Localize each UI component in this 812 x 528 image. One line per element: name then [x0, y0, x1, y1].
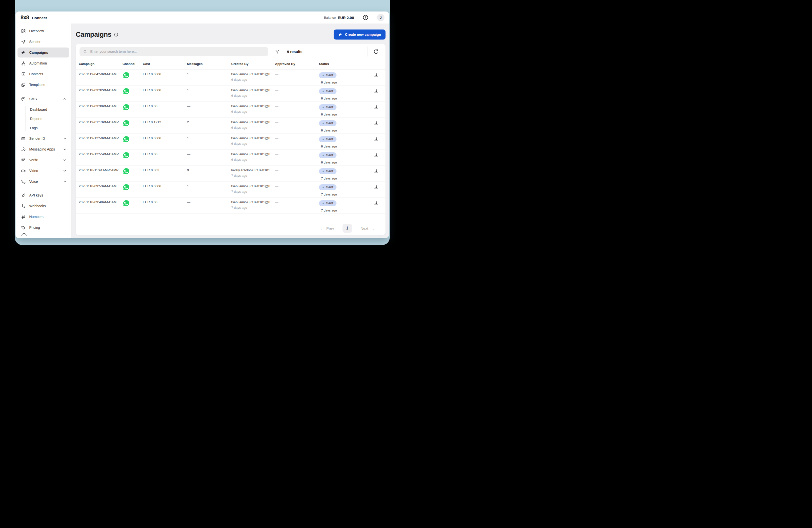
channel-cell — [122, 168, 143, 175]
channel-cell — [122, 120, 143, 127]
download-icon[interactable] — [374, 73, 379, 78]
sidebar-item-overview[interactable]: Overview — [17, 26, 69, 36]
campaign-cell: 20251118-11:41AM-CAMP... — — [79, 168, 122, 177]
status-badge: ✓ Sent — [319, 152, 336, 158]
sidebar-item-sms[interactable]: SMS — [17, 94, 69, 104]
download-icon[interactable] — [374, 105, 379, 110]
address-book-icon — [21, 72, 26, 76]
sidebar-item-automation[interactable]: Automation — [17, 58, 69, 68]
refresh-icon[interactable] — [373, 49, 379, 55]
cost-cell: EUR 0.303 — [143, 168, 187, 172]
campaign-cell: 20251119-03:30PM-CAM... — — [79, 104, 122, 114]
arrow-right-icon: → — [371, 226, 375, 231]
download-icon[interactable] — [374, 185, 379, 190]
download-icon[interactable] — [374, 121, 379, 126]
table-row[interactable]: 20251119-01:13PM-CAMP... — EUR 0.1212 2 … — [76, 117, 386, 133]
table-row[interactable]: 20251119-03:30PM-CAM... — EUR 0.00 — tse… — [76, 102, 386, 117]
sidebar-item-label: Verif8 — [29, 158, 38, 162]
column-header-cost: Cost — [143, 62, 187, 66]
megaphone-icon — [21, 50, 26, 55]
table-row[interactable]: 20251119-12:59PM-CAMP... — EUR 0.0606 1 … — [76, 133, 386, 149]
status-cell: ✓ Sent 6 days ago — [319, 72, 364, 84]
column-header-approved-by: Approved By — [275, 62, 319, 66]
download-icon[interactable] — [374, 137, 379, 142]
messages-cell: 2 — [187, 120, 231, 124]
status-cell: ✓ Sent 7 days ago — [319, 184, 364, 196]
approved-by-cell: — — [275, 104, 319, 108]
sidebar-item-voice[interactable]: Voice — [17, 176, 69, 187]
table-body: 20251119-04:59PM-CAM... — EUR 0.0606 1 t… — [76, 70, 386, 214]
chevron-down-icon — [63, 169, 67, 173]
current-page-button[interactable]: 1 — [343, 224, 352, 233]
webhook-icon — [21, 204, 26, 208]
price-tag-icon — [21, 225, 26, 230]
sidebar-item-sender-id[interactable]: Sender ID — [17, 133, 69, 144]
download-icon[interactable] — [374, 89, 379, 94]
create-new-campaign-button[interactable]: Create new campaign — [334, 29, 386, 40]
messages-cell: — — [187, 104, 231, 108]
table-row[interactable]: 20251118-09:48AM-CAM... — EUR 0.00 — tse… — [76, 197, 386, 214]
download-icon[interactable] — [374, 153, 379, 158]
status-cell: ✓ Sent 6 days ago — [319, 152, 364, 164]
divider — [358, 14, 358, 21]
chevron-down-icon — [63, 179, 67, 184]
sidebar-item-pricing[interactable]: Pricing — [17, 222, 69, 233]
check-icon: ✓ — [322, 202, 325, 205]
whatsapp-outline-icon — [21, 147, 26, 152]
sidebar-item-video[interactable]: Video — [17, 166, 69, 176]
check-icon: ✓ — [322, 170, 325, 173]
check-icon: ✓ — [322, 121, 325, 125]
download-icon[interactable] — [374, 169, 379, 174]
id-check-icon — [21, 136, 26, 141]
paper-plane-icon — [21, 40, 26, 44]
table-row[interactable]: 20251119-03:32PM-CAM... — EUR 0.0606 1 t… — [76, 86, 386, 102]
status-badge: ✓ Sent — [319, 200, 336, 206]
sidebar-item-label: Overview — [29, 29, 44, 33]
main-content: Campaigns — [72, 24, 389, 238]
sidebar-item-label: Webhooks — [29, 204, 46, 208]
campaign-cell: 20251118-09:53AM-CAM... — — [79, 184, 122, 193]
help-icon[interactable] — [362, 14, 369, 21]
table-row[interactable]: 20251118-09:53AM-CAM... — EUR 0.0606 1 t… — [76, 181, 386, 197]
sidebar-item-webhooks[interactable]: Webhooks — [17, 201, 69, 211]
sidebar-item-messaging-apps[interactable]: Messaging Apps — [17, 144, 69, 154]
sidebar-divider — [20, 92, 67, 92]
table-row[interactable]: 20251118-11:41AM-CAMP... — EUR 0.303 9 l… — [76, 165, 386, 181]
search-box[interactable] — [79, 47, 268, 56]
overview-grid-icon — [21, 29, 26, 33]
filter-funnel-icon[interactable] — [275, 49, 280, 54]
sidebar: Overview Sender — [15, 24, 72, 238]
sidebar-divider — [18, 238, 69, 238]
status-badge: ✓ Sent — [319, 72, 336, 78]
created-by-cell: tsen.lamio+LGTest101@8... 6 days ago — [231, 88, 275, 98]
sidebar-item-api-keys[interactable]: API keys — [17, 190, 69, 200]
channel-cell — [122, 184, 143, 191]
table-row[interactable]: 20251119-04:59PM-CAM... — EUR 0.0606 1 t… — [76, 70, 386, 86]
search-input[interactable] — [90, 49, 265, 54]
prev-page-button[interactable]: ← Prev — [320, 226, 334, 231]
sidebar-item-campaigns[interactable]: Campaigns — [17, 47, 69, 58]
sidebar-item-label: Voice — [29, 179, 38, 184]
info-icon[interactable] — [114, 32, 118, 37]
check-icon: ✓ — [322, 73, 325, 77]
sidebar-item-label: API keys — [29, 193, 43, 197]
table-row[interactable]: 20251119-12:55PM-CAMP... — EUR 0.00 — ts… — [76, 149, 386, 165]
chat-person-icon — [21, 158, 26, 162]
next-page-button[interactable]: Next → — [361, 226, 375, 231]
sidebar-item-label: Pricing — [29, 225, 40, 230]
sidebar-item-label: Messaging Apps — [29, 147, 55, 151]
cost-cell: EUR 0.0606 — [143, 88, 187, 92]
channel-cell — [122, 88, 143, 95]
results-count: 9 results — [287, 49, 303, 54]
whatsapp-icon — [122, 72, 130, 79]
user-avatar[interactable]: J — [377, 14, 385, 21]
sidebar-item-templates[interactable]: Templates — [17, 80, 69, 90]
created-by-cell: tsen.lamio+LGTest101@8... 6 days ago — [231, 72, 275, 82]
sidebar-item-numbers[interactable]: Numbers — [17, 212, 69, 222]
cost-cell: EUR 0.0606 — [143, 136, 187, 140]
sidebar-item-contacts[interactable]: Contacts — [17, 69, 69, 79]
app-window: 8x8 Connect Balance EUR 2.00 J — [15, 12, 389, 238]
download-icon[interactable] — [374, 201, 379, 206]
sidebar-item-sender[interactable]: Sender — [17, 37, 69, 47]
sidebar-item-verif8[interactable]: Verif8 — [17, 155, 69, 165]
